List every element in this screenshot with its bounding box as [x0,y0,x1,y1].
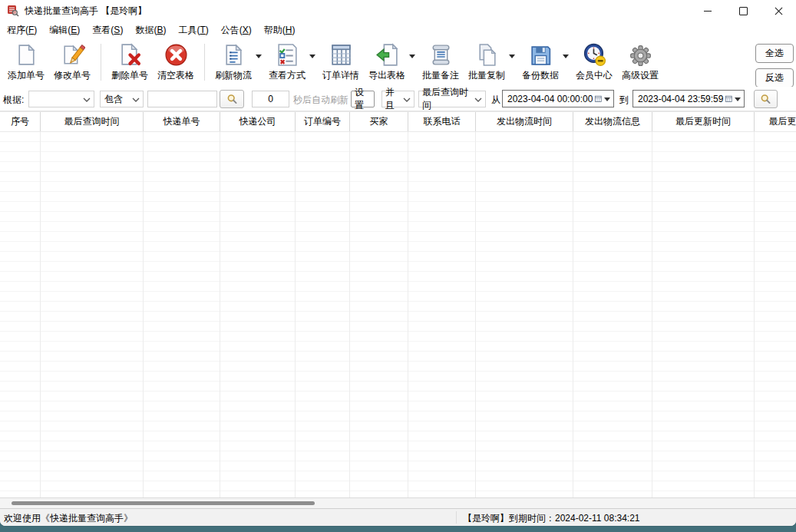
close-icon [775,7,783,15]
member-clock-icon [582,42,607,68]
select-all-button[interactable]: 全选 [755,44,794,63]
menu-item-b[interactable]: 数据(B) [129,22,172,38]
refresh-logistics-button[interactable]: 刷新物流 [211,42,256,82]
menu-item-t[interactable]: 工具(T) [172,22,214,38]
clear-table-label: 清空表格 [157,69,194,82]
column-header-last-query-time[interactable]: 最后查询时间 [41,112,144,131]
horizontal-scrollbar-thumb[interactable] [12,501,315,505]
clear-table-button[interactable]: 清空表格 [154,42,198,82]
batch-remark-button[interactable]: 批量备注 [418,42,463,82]
date-to-value: 2023-04-04 23:59:59 [638,94,723,104]
table-column-line [408,132,408,497]
edit-number-button[interactable]: 修改单号 [50,42,94,82]
chevron-down-icon [403,97,411,102]
toolbar: 添加单号修改单号删除单号清空表格刷新物流查看方式订单详情导出表格批量备注批量复制… [0,38,796,87]
filter-match-combobox[interactable]: 包含 [100,91,144,107]
column-header-index[interactable]: 序号 [0,112,41,131]
export-table-dropdown-arrow[interactable] [409,55,415,61]
export-icon [375,42,400,68]
table-column-line [220,132,220,497]
toolbar-separator [101,44,101,81]
advanced-settings-label: 高级设置 [622,69,659,82]
window-title: 快递批量查询高手 【是玲啊】 [25,5,147,18]
status-expiry-text: 【是玲啊】到期时间：2024-02-11 08:34:21 [463,512,640,525]
search-icon [759,93,772,106]
order-detail-icon [329,42,354,68]
filter-match-value: 包含 [104,93,123,106]
menu-item-h[interactable]: 帮助(H) [258,22,302,38]
column-header-buyer[interactable]: 买家 [350,112,408,131]
table-header-row: 序号最后查询时间快递单号快递公司订单编号买家联系电话发出物流时间发出物流信息最后… [0,111,796,132]
menu-item-x[interactable]: 公告(X) [215,22,258,38]
menu-item-s[interactable]: 查看(S) [86,22,129,38]
column-header-ship-time[interactable]: 发出物流时间 [476,112,573,131]
table-column-line [573,132,573,497]
date-from-value: 2023-04-04 00:00:00 [507,94,593,104]
from-label: 从 [491,94,500,107]
menu-item-f[interactable]: 程序(F) [1,22,43,38]
doc-delete-icon [117,42,143,68]
batch-copy-dropdown-arrow[interactable] [509,55,515,61]
member-center-button[interactable]: 会员中心 [572,42,616,82]
auto-refresh-seconds-input[interactable] [252,91,289,107]
column-header-courier-company[interactable]: 快递公司 [220,112,296,131]
time-search-button[interactable] [754,90,778,108]
notes-icon [428,42,454,68]
titlebar: 快递批量查询高手 【是玲啊】 [0,0,796,21]
column-header-order-number[interactable]: 订单编号 [296,112,350,131]
time-field-combobox[interactable]: 最后查询时间 [418,91,486,107]
minimize-icon [704,11,712,12]
column-header-tracking-number[interactable]: 快递单号 [144,112,220,131]
filter-field-combobox[interactable] [28,91,94,107]
backup-data-label: 备份数据 [522,69,559,82]
keyword-input[interactable] [147,91,217,107]
view-mode-dropdown-arrow[interactable] [309,55,315,61]
filterbar: 根据: 包含 秒后自动刷新 设置 并且 最后查询时间 从 2023-04-04 … [0,87,796,111]
chevron-down-icon [474,97,482,102]
logic-and-value: 并且 [385,86,401,112]
advanced-settings-button[interactable]: 高级设置 [618,42,662,82]
add-number-button[interactable]: 添加单号 [4,42,48,82]
backup-data-button[interactable]: 备份数据 [518,42,563,82]
minimize-button[interactable] [690,0,725,21]
search-icon [226,93,239,106]
date-from-picker[interactable]: 2023-04-04 00:00:00 [502,90,614,107]
selection-panel: 全选 反选 [755,44,794,88]
column-header-last-update-info[interactable]: 最后更新信息 [755,112,796,131]
invert-selection-button[interactable]: 反选 [755,68,794,88]
column-header-last-update-time[interactable]: 最后更新时间 [652,112,755,131]
auto-refresh-settings-button[interactable]: 设置 [351,91,375,107]
delete-number-label: 删除单号 [111,69,148,82]
member-center-label: 会员中心 [576,69,613,82]
column-header-ship-info[interactable]: 发出物流信息 [573,112,652,131]
order-details-button[interactable]: 订单详情 [319,42,363,82]
window-controls [690,0,796,21]
app-logo-icon [7,5,19,17]
backup-icon [528,42,553,68]
doc-refresh-icon [221,42,246,68]
add-number-label: 添加单号 [8,69,45,82]
horizontal-scrollbar[interactable] [0,497,796,508]
view-mode-button[interactable]: 查看方式 [265,42,309,82]
doc-edit-icon [60,42,85,68]
maximize-icon [739,7,748,15]
backup-data-dropdown-arrow[interactable] [563,55,569,61]
close-button[interactable] [761,0,796,21]
table-column-line [475,132,476,497]
keyword-search-button[interactable] [220,90,244,108]
column-header-contact-phone[interactable]: 联系电话 [408,112,476,131]
chevron-down-icon [83,97,91,102]
date-to-picker[interactable]: 2023-04-04 23:59:59 [633,90,745,107]
maximize-button[interactable] [725,0,761,21]
table-column-line [652,132,652,497]
table-column-line [143,132,144,497]
logic-and-combobox[interactable]: 并且 [381,91,415,107]
status-divider [456,511,457,524]
refresh-logistics-dropdown-arrow[interactable] [256,55,262,61]
batch-copy-button[interactable]: 批量复制 [464,42,509,82]
delete-number-button[interactable]: 删除单号 [107,42,152,82]
chevron-down-icon [604,97,610,104]
table-body [0,132,796,497]
export-table-button[interactable]: 导出表格 [365,42,409,82]
menu-item-e[interactable]: 编辑(E) [43,22,86,38]
